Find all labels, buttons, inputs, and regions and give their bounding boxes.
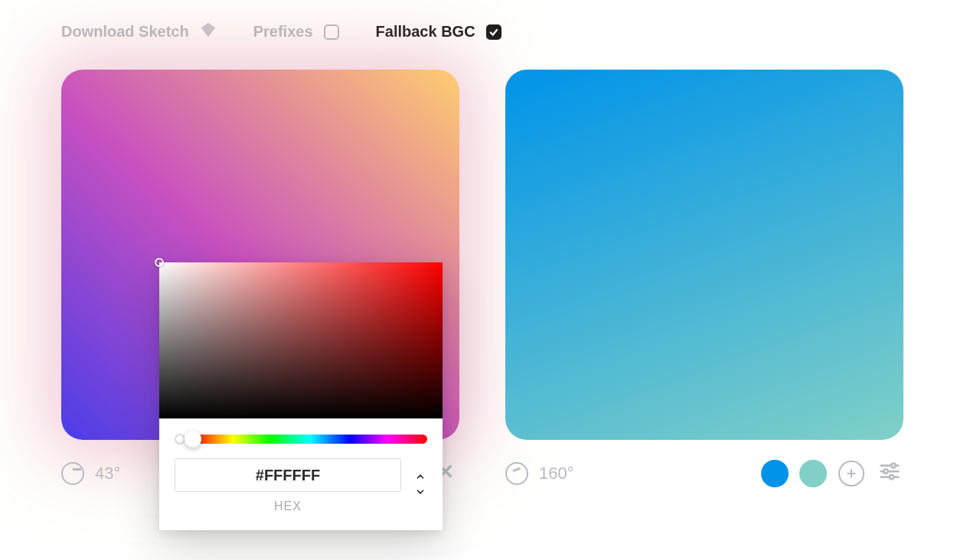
fallback-bgc-label: Fallback BGC bbox=[376, 23, 475, 41]
add-stop-button[interactable] bbox=[838, 460, 865, 487]
chevron-up-icon bbox=[413, 471, 427, 482]
hex-input[interactable] bbox=[175, 458, 401, 492]
gradient-preview-right[interactable] bbox=[505, 70, 903, 440]
gradient-panel-right: 160° bbox=[505, 70, 903, 487]
alpha-preview-dot bbox=[175, 434, 185, 444]
fallback-bgc-toggle[interactable]: Fallback BGC bbox=[376, 23, 501, 41]
angle-value-left: 43° bbox=[95, 464, 120, 483]
hue-slider-thumb[interactable] bbox=[185, 431, 201, 448]
svg-point-1 bbox=[891, 464, 896, 468]
sliders-icon bbox=[878, 460, 901, 487]
chevron-down-icon bbox=[413, 487, 427, 497]
gradient-panel-left: 43° bbox=[61, 70, 459, 487]
color-mode-label: HEX bbox=[175, 500, 401, 513]
hue-slider[interactable] bbox=[193, 435, 427, 444]
angle-value-right: 160° bbox=[539, 464, 574, 483]
fallback-bgc-checkbox[interactable] bbox=[486, 24, 501, 40]
angle-dial-icon[interactable] bbox=[505, 462, 528, 485]
settings-button[interactable] bbox=[876, 460, 903, 487]
mode-cycle-down[interactable] bbox=[413, 487, 427, 500]
angle-dial-icon[interactable] bbox=[61, 462, 84, 485]
saturation-cursor[interactable] bbox=[155, 258, 164, 267]
download-sketch-label: Download Sketch bbox=[61, 23, 189, 41]
prefixes-toggle[interactable]: Prefixes bbox=[253, 23, 339, 41]
saturation-field[interactable] bbox=[159, 262, 443, 418]
plus-icon bbox=[838, 461, 864, 487]
color-picker-popover: HEX bbox=[159, 262, 443, 530]
prefixes-checkbox[interactable] bbox=[324, 24, 339, 40]
prefixes-label: Prefixes bbox=[253, 23, 313, 41]
color-stop-teal[interactable] bbox=[799, 460, 827, 487]
diamond-icon bbox=[200, 21, 217, 42]
color-stop-cyan[interactable] bbox=[761, 460, 789, 487]
svg-point-5 bbox=[890, 475, 894, 480]
svg-point-3 bbox=[884, 469, 888, 474]
mode-cycle-up[interactable] bbox=[413, 471, 427, 485]
download-sketch-button[interactable]: Download Sketch bbox=[61, 21, 217, 42]
